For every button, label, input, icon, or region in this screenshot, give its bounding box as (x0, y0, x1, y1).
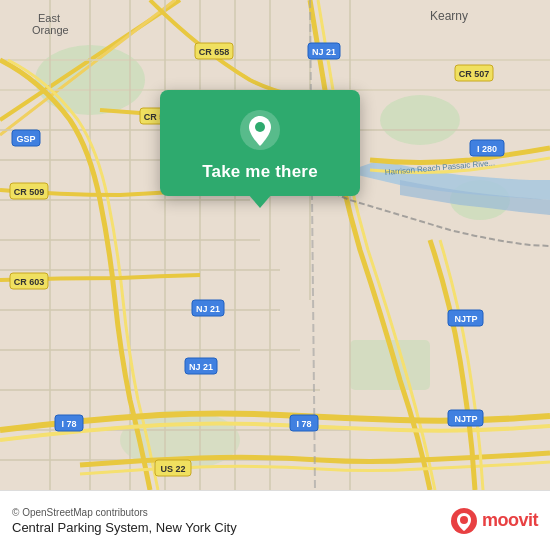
svg-text:NJ 21: NJ 21 (196, 304, 220, 314)
svg-text:CR 509: CR 509 (14, 187, 45, 197)
svg-text:I 280: I 280 (477, 144, 497, 154)
svg-text:NJTP: NJTP (454, 314, 477, 324)
bottom-info: © OpenStreetMap contributors Central Par… (12, 507, 237, 535)
moovit-text: moovit (482, 510, 538, 531)
bottom-bar: © OpenStreetMap contributors Central Par… (0, 490, 550, 550)
svg-text:CR 658: CR 658 (199, 47, 230, 57)
svg-text:CR 603: CR 603 (14, 277, 45, 287)
map-container: CR 658 NJ 21 CR 507 GSP CR 508 I 280 CR … (0, 0, 550, 490)
svg-text:NJ 21: NJ 21 (312, 47, 336, 57)
svg-point-64 (460, 516, 468, 524)
svg-point-2 (380, 95, 460, 145)
svg-text:CR 507: CR 507 (459, 69, 490, 79)
svg-text:Orange: Orange (32, 24, 69, 36)
popup-label: Take me there (202, 162, 318, 182)
location-pin-icon (238, 108, 282, 152)
svg-text:GSP: GSP (16, 134, 35, 144)
svg-point-62 (255, 122, 265, 132)
popup-card[interactable]: Take me there (160, 90, 360, 196)
map-svg: CR 658 NJ 21 CR 507 GSP CR 508 I 280 CR … (0, 0, 550, 490)
svg-text:Kearny: Kearny (430, 9, 468, 23)
svg-text:US 22: US 22 (160, 464, 185, 474)
svg-text:I 78: I 78 (61, 419, 76, 429)
osm-credit: © OpenStreetMap contributors (12, 507, 237, 518)
svg-text:NJTP: NJTP (454, 414, 477, 424)
location-name: Central Parking System, New York City (12, 520, 237, 535)
moovit-logo: moovit (450, 507, 538, 535)
svg-text:I 78: I 78 (296, 419, 311, 429)
moovit-icon (450, 507, 478, 535)
svg-text:NJ 21: NJ 21 (189, 362, 213, 372)
svg-text:East: East (38, 12, 60, 24)
